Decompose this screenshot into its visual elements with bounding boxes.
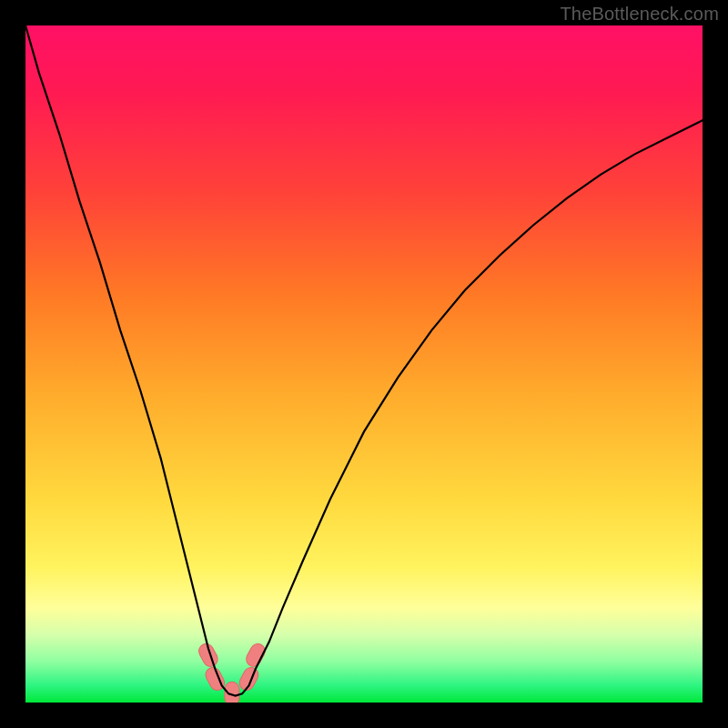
marker-group xyxy=(197,642,268,703)
curve-marker xyxy=(244,642,268,669)
curve-marker xyxy=(237,665,260,693)
watermark-text: TheBottleneck.com xyxy=(560,4,719,25)
curve-layer xyxy=(25,25,703,703)
plot-area xyxy=(25,25,703,703)
chart-stage: TheBottleneck.com xyxy=(0,0,728,728)
bottleneck-curve xyxy=(25,25,703,696)
